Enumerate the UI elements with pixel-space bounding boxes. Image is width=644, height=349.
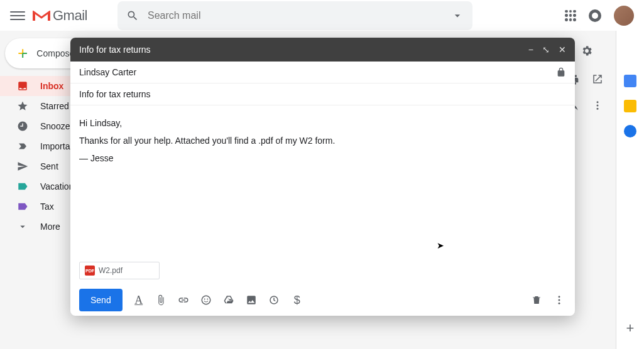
compose-title: Info for tax returns [79,45,151,55]
svg-point-3 [202,296,210,304]
body-line: — Jesse [79,149,566,167]
compose-window: Info for tax returns − ⤡ ✕ Lindsay Carte… [70,38,575,316]
search-icon [126,9,139,22]
menu-icon[interactable] [10,8,25,23]
compose-body[interactable]: Hi Lindsay, Thanks for all your help. At… [70,105,575,262]
search-input[interactable] [148,10,442,21]
svg-point-9 [559,303,560,304]
more-icon[interactable] [592,100,603,111]
svg-point-4 [204,299,205,300]
emoji-icon[interactable] [200,294,213,306]
apps-icon[interactable] [565,10,576,21]
compose-toolbar: Send A $ [70,284,575,316]
sidebar-item-label: Starred [40,101,69,111]
pdf-icon: PDF [85,266,95,276]
to-field[interactable]: Lindsay Carter [70,62,575,83]
link-icon[interactable] [178,294,190,306]
header-actions [565,6,634,26]
lock-icon[interactable] [556,67,566,77]
open-new-icon[interactable] [592,73,603,85]
attachment-filename: W2.pdf [99,266,123,275]
sidebar-item-label: Vacation [40,181,74,191]
sidebar-item-label: Snoozed [40,121,75,131]
drive-icon[interactable] [223,294,236,306]
money-icon[interactable]: $ [291,294,303,307]
sidebar-item-label: Inbox [40,81,63,91]
clock-icon [16,121,29,132]
dropdown-icon[interactable] [451,9,464,22]
star-icon [16,100,29,112]
chevron-down-icon [16,221,29,232]
format-icon[interactable]: A [133,294,145,307]
calendar-icon[interactable] [624,75,636,87]
attachment-chip[interactable]: PDF W2.pdf [79,262,160,279]
header: Gmail [0,0,644,31]
more-options-icon[interactable] [554,294,566,306]
svg-point-5 [207,299,208,300]
sidebar-item-label: Tax [40,201,54,212]
photo-icon[interactable] [246,294,258,306]
avatar[interactable] [614,6,634,26]
label-icon [16,181,29,192]
subject-field[interactable]: Info for tax returns [70,83,575,105]
subject-value: Info for tax returns [79,89,151,99]
logo-text: Gmail [53,8,87,24]
important-icon [16,141,29,152]
svg-point-7 [559,296,560,298]
keep-icon[interactable] [624,100,636,112]
expand-icon[interactable]: ⤡ [542,45,550,55]
attach-icon[interactable] [155,294,168,306]
svg-point-0 [597,101,599,103]
gmail-logo[interactable]: Gmail [33,8,87,24]
inbox-icon [16,80,29,92]
right-rail: + [616,31,644,349]
gear-icon[interactable] [581,45,593,57]
compose-label: Compose [36,48,74,58]
add-icon[interactable]: + [626,320,635,336]
sidebar-item-label: Sent [40,161,58,171]
sidebar-item-label: More [40,222,60,232]
compose-titlebar: Info for tax returns − ⤡ ✕ [70,38,575,62]
svg-point-8 [559,299,560,301]
send-button[interactable]: Send [79,289,123,311]
confidential-icon[interactable] [268,294,281,306]
minimize-icon[interactable]: − [528,45,533,55]
svg-point-2 [597,108,599,110]
trash-icon[interactable] [531,294,543,306]
to-value: Lindsay Carter [79,67,136,77]
body-line: Thanks for all your help. Attached you'l… [79,132,566,149]
label-icon [16,201,29,212]
tasks-icon[interactable] [624,125,636,137]
svg-point-1 [597,105,599,107]
body-line: Hi Lindsay, [79,114,566,132]
notifications-icon[interactable] [589,9,601,22]
plus-icon: + [18,43,28,63]
search-bar[interactable] [117,1,472,30]
sent-icon [16,161,29,172]
close-icon[interactable]: ✕ [559,45,566,55]
